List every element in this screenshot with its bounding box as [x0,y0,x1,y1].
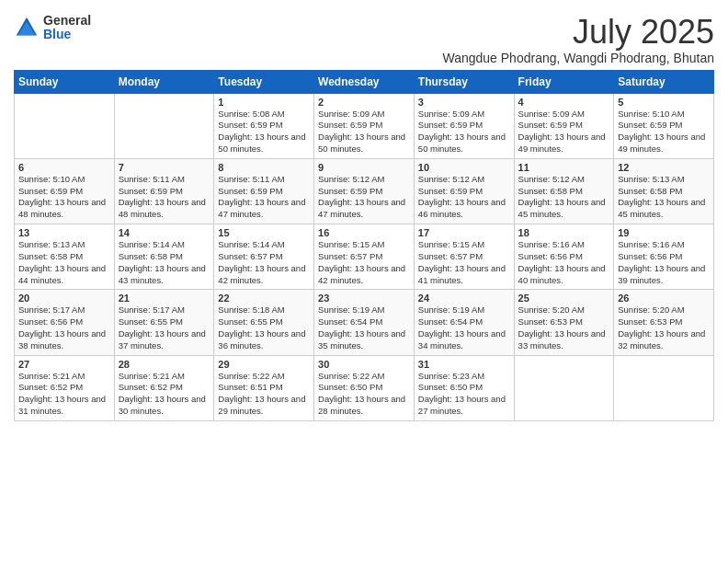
day-number: 3 [418,97,510,108]
day-info: Sunrise: 5:20 AM Sunset: 6:53 PM Dayligh… [618,304,710,351]
day-info: Sunrise: 5:22 AM Sunset: 6:50 PM Dayligh… [318,371,410,418]
calendar-week-row: 20Sunrise: 5:17 AM Sunset: 6:56 PM Dayli… [15,290,714,355]
day-info: Sunrise: 5:15 AM Sunset: 6:57 PM Dayligh… [418,239,510,286]
calendar-day-cell: 10Sunrise: 5:12 AM Sunset: 6:59 PM Dayli… [414,158,514,224]
day-number: 8 [218,162,310,173]
day-number: 26 [618,293,710,304]
logo-blue-text: Blue [43,28,91,41]
calendar-day-cell: 7Sunrise: 5:11 AM Sunset: 6:59 PM Daylig… [114,158,214,224]
day-number: 28 [119,359,210,370]
day-number: 25 [518,293,610,304]
day-info: Sunrise: 5:09 AM Sunset: 6:59 PM Dayligh… [518,109,610,155]
day-number: 27 [18,359,110,370]
day-info: Sunrise: 5:19 AM Sunset: 6:54 PM Dayligh… [318,304,410,351]
calendar-day-cell: 17Sunrise: 5:15 AM Sunset: 6:57 PM Dayli… [414,224,514,290]
day-number: 5 [618,97,710,108]
calendar-day-cell: 18Sunrise: 5:16 AM Sunset: 6:56 PM Dayli… [514,224,614,290]
calendar-day-cell: 6Sunrise: 5:10 AM Sunset: 6:59 PM Daylig… [15,158,115,224]
day-info: Sunrise: 5:14 AM Sunset: 6:58 PM Dayligh… [119,239,210,286]
day-info: Sunrise: 5:21 AM Sunset: 6:52 PM Dayligh… [119,371,210,418]
day-number: 12 [618,162,710,173]
day-number: 21 [119,293,210,304]
day-info: Sunrise: 5:11 AM Sunset: 6:59 PM Dayligh… [119,174,210,221]
logo: General Blue [14,14,91,42]
page-header: General Blue July 2025 Wangdue Phodrang,… [14,14,714,65]
day-of-week-header: Sunday [15,70,115,93]
day-info: Sunrise: 5:19 AM Sunset: 6:54 PM Dayligh… [418,304,510,351]
day-info: Sunrise: 5:20 AM Sunset: 6:53 PM Dayligh… [518,304,610,351]
day-number: 1 [218,97,310,108]
day-number: 24 [418,293,510,304]
calendar-week-row: 13Sunrise: 5:13 AM Sunset: 6:58 PM Dayli… [15,224,714,290]
calendar-week-row: 27Sunrise: 5:21 AM Sunset: 6:52 PM Dayli… [15,355,714,420]
day-number: 20 [18,293,110,304]
day-number: 13 [18,227,110,238]
day-number: 29 [218,359,310,370]
day-info: Sunrise: 5:10 AM Sunset: 6:59 PM Dayligh… [618,109,710,155]
calendar-week-row: 1Sunrise: 5:08 AM Sunset: 6:59 PM Daylig… [15,93,714,158]
day-number: 9 [318,162,410,173]
day-info: Sunrise: 5:22 AM Sunset: 6:51 PM Dayligh… [218,371,310,418]
day-info: Sunrise: 5:12 AM Sunset: 6:59 PM Dayligh… [318,174,410,221]
calendar-day-cell: 3Sunrise: 5:09 AM Sunset: 6:59 PM Daylig… [414,93,514,158]
calendar-day-cell: 14Sunrise: 5:14 AM Sunset: 6:58 PM Dayli… [114,224,214,290]
calendar-day-cell: 27Sunrise: 5:21 AM Sunset: 6:52 PM Dayli… [15,355,115,420]
day-of-week-header: Tuesday [214,70,314,93]
day-number: 19 [618,227,710,238]
calendar-header-row: SundayMondayTuesdayWednesdayThursdayFrid… [15,70,714,93]
calendar-day-cell: 20Sunrise: 5:17 AM Sunset: 6:56 PM Dayli… [15,290,115,355]
calendar-day-cell: 28Sunrise: 5:21 AM Sunset: 6:52 PM Dayli… [114,355,214,420]
logo-general-text: General [43,14,91,28]
day-info: Sunrise: 5:17 AM Sunset: 6:55 PM Dayligh… [119,304,210,351]
calendar-day-cell: 15Sunrise: 5:14 AM Sunset: 6:57 PM Dayli… [214,224,314,290]
calendar-day-cell: 21Sunrise: 5:17 AM Sunset: 6:55 PM Dayli… [114,290,214,355]
calendar-day-cell: 5Sunrise: 5:10 AM Sunset: 6:59 PM Daylig… [614,93,714,158]
day-info: Sunrise: 5:15 AM Sunset: 6:57 PM Dayligh… [318,239,410,286]
month-year-title: July 2025 [442,14,714,51]
calendar-day-cell: 4Sunrise: 5:09 AM Sunset: 6:59 PM Daylig… [514,93,614,158]
day-info: Sunrise: 5:12 AM Sunset: 6:59 PM Dayligh… [418,174,510,221]
day-info: Sunrise: 5:16 AM Sunset: 6:56 PM Dayligh… [618,239,710,286]
day-number: 2 [318,97,410,108]
calendar-day-cell: 13Sunrise: 5:13 AM Sunset: 6:58 PM Dayli… [15,224,115,290]
day-number: 11 [518,162,610,173]
day-info: Sunrise: 5:11 AM Sunset: 6:59 PM Dayligh… [218,174,310,221]
calendar-day-cell: 23Sunrise: 5:19 AM Sunset: 6:54 PM Dayli… [314,290,415,355]
day-info: Sunrise: 5:23 AM Sunset: 6:50 PM Dayligh… [418,371,510,418]
calendar-day-cell: 9Sunrise: 5:12 AM Sunset: 6:59 PM Daylig… [314,158,415,224]
calendar-day-cell: 22Sunrise: 5:18 AM Sunset: 6:55 PM Dayli… [214,290,314,355]
day-number: 31 [418,359,510,370]
day-number: 15 [218,227,310,238]
day-of-week-header: Saturday [614,70,714,93]
day-number: 23 [318,293,410,304]
calendar-week-row: 6Sunrise: 5:10 AM Sunset: 6:59 PM Daylig… [15,158,714,224]
day-info: Sunrise: 5:09 AM Sunset: 6:59 PM Dayligh… [318,109,410,155]
calendar-day-cell: 16Sunrise: 5:15 AM Sunset: 6:57 PM Dayli… [314,224,415,290]
day-number: 6 [18,162,110,173]
day-info: Sunrise: 5:18 AM Sunset: 6:55 PM Dayligh… [218,304,310,351]
day-number: 10 [418,162,510,173]
calendar-day-cell: 12Sunrise: 5:13 AM Sunset: 6:58 PM Dayli… [614,158,714,224]
calendar-day-cell: 2Sunrise: 5:09 AM Sunset: 6:59 PM Daylig… [314,93,415,158]
calendar-day-cell: 24Sunrise: 5:19 AM Sunset: 6:54 PM Dayli… [414,290,514,355]
day-number: 7 [119,162,210,173]
calendar-day-cell: 11Sunrise: 5:12 AM Sunset: 6:58 PM Dayli… [514,158,614,224]
day-info: Sunrise: 5:13 AM Sunset: 6:58 PM Dayligh… [618,174,710,221]
day-number: 17 [418,227,510,238]
day-info: Sunrise: 5:12 AM Sunset: 6:58 PM Dayligh… [518,174,610,221]
day-number: 16 [318,227,410,238]
day-number: 14 [119,227,210,238]
calendar-day-cell: 30Sunrise: 5:22 AM Sunset: 6:50 PM Dayli… [314,355,415,420]
logo-icon [14,15,40,40]
logo-text: General Blue [43,14,91,42]
day-number: 4 [518,97,610,108]
calendar-day-cell: 19Sunrise: 5:16 AM Sunset: 6:56 PM Dayli… [614,224,714,290]
location-subtitle: Wangdue Phodrang, Wangdi Phodrang, Bhuta… [442,51,714,65]
title-block: July 2025 Wangdue Phodrang, Wangdi Phodr… [442,14,714,65]
day-info: Sunrise: 5:09 AM Sunset: 6:59 PM Dayligh… [418,109,510,155]
calendar-day-cell [614,355,714,420]
day-info: Sunrise: 5:21 AM Sunset: 6:52 PM Dayligh… [18,371,110,418]
calendar-day-cell: 26Sunrise: 5:20 AM Sunset: 6:53 PM Dayli… [614,290,714,355]
day-info: Sunrise: 5:08 AM Sunset: 6:59 PM Dayligh… [218,109,310,155]
day-of-week-header: Friday [514,70,614,93]
